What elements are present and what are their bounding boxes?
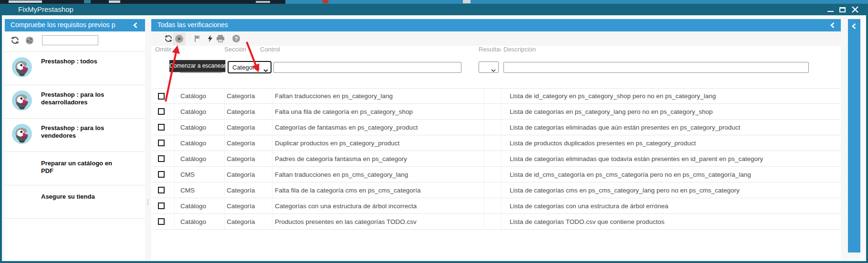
cell-descripcion: Lista de categorías eliminadas que todav… <box>502 151 841 166</box>
cell-control: Falta una fila de categoría en ps_catego… <box>272 104 484 119</box>
cell-seccion: Categoría <box>225 135 272 151</box>
cell-control: Falta fila de la categoría cms en ps_cms… <box>272 182 484 198</box>
list-item-prestashop-todos[interactable]: Prestashop : todos <box>5 52 145 85</box>
row-checkbox[interactable] <box>158 218 165 225</box>
list-item-label: Prestashop : todos <box>41 58 123 65</box>
flag-icon[interactable] <box>193 34 202 43</box>
help-icon[interactable]: ? <box>232 34 241 43</box>
panel-splitter[interactable]: ⋮ <box>145 200 151 204</box>
cell-group: Catálogo <box>175 135 225 151</box>
table-row: Catálogo Categoría Falta una fila de cat… <box>153 104 841 120</box>
printer-icon[interactable] <box>216 34 224 43</box>
minimize-button[interactable] <box>825 4 837 15</box>
cell-resultado <box>484 89 502 103</box>
list-item-asegure-tienda[interactable]: Asegure su tienda <box>5 185 145 219</box>
filter-descripcion-input[interactable] <box>503 62 809 73</box>
filter-control-input[interactable] <box>273 62 461 73</box>
start-scan-button[interactable] <box>173 32 186 45</box>
cell-group: CMS <box>175 167 225 182</box>
close-icon <box>849 4 861 15</box>
svg-text:?: ? <box>235 36 238 41</box>
background-window-strip <box>0 0 868 4</box>
cell-seccion: Categoría <box>225 120 272 135</box>
cell-resultado <box>484 104 502 119</box>
cell-resultado <box>484 214 502 229</box>
filter-resultado-select[interactable] <box>479 61 499 73</box>
table-row: Catálogo Categoría Faltan traducciones e… <box>153 88 841 104</box>
cell-resultado <box>484 135 502 151</box>
profiles-list: Prestashop : todos Prestashop : para los… <box>5 51 145 219</box>
row-checkbox[interactable] <box>158 171 165 178</box>
cell-resultado <box>484 198 502 213</box>
table-row: Catálogo Categoría Duplicar productos en… <box>153 135 841 151</box>
refresh-icon[interactable] <box>10 36 19 44</box>
list-item-catalogo-pdf[interactable]: Preparar un catálogo en PDF <box>5 152 145 185</box>
list-item-label: Prestashop : para los vendedores <box>41 124 123 140</box>
cell-descripcion: Lista de categorías con una estructura d… <box>502 198 841 213</box>
cell-seccion: Categoría <box>225 214 272 229</box>
chevron-down-icon <box>491 66 496 73</box>
list-item-label: Preparar un catálogo en PDF <box>41 160 123 175</box>
cell-seccion: Categoría <box>225 167 272 182</box>
cell-group: Catálogo <box>175 151 225 166</box>
table-row: Catálogo Categoría Categorías de fantasm… <box>153 120 841 135</box>
prestashop-logo <box>11 123 32 144</box>
row-checkbox[interactable] <box>158 140 165 146</box>
left-toolbar <box>5 31 145 51</box>
row-checkbox[interactable] <box>158 187 165 193</box>
filter-seccion-value: Categoría <box>232 64 260 71</box>
cell-control: Categorías de fantasmas en ps_category_p… <box>272 120 484 135</box>
row-checkbox[interactable] <box>158 93 165 100</box>
cell-descripcion: Lista de productos duplicados presentes … <box>502 135 841 151</box>
table-row: CMS Categoría Falta fila de la categoría… <box>153 182 841 198</box>
refresh-icon[interactable] <box>164 34 173 43</box>
filter-seccion-select[interactable]: Categoría <box>228 61 272 73</box>
prestashop-logo <box>11 90 32 111</box>
row-checkbox[interactable] <box>158 124 165 131</box>
verifications-panel: Todas las verificaciones <box>151 19 841 260</box>
close-button[interactable] <box>849 4 861 15</box>
window-title: FixMyPrestashop <box>18 5 73 13</box>
play-icon <box>175 34 184 43</box>
row-checkbox[interactable] <box>158 108 165 115</box>
maximize-button[interactable] <box>837 4 848 15</box>
cell-descripcion: Lista de id_category en ps_category_shop… <box>502 89 841 103</box>
table-row: Catálogo Categoría Categorías con una es… <box>153 198 841 214</box>
table-row: Catálogo Categoría Productos presentes e… <box>153 214 841 230</box>
table-row: CMS Categoría Faltan traducciones en ps_… <box>153 167 841 182</box>
collapse-left-panel-icon[interactable] <box>133 22 138 30</box>
cell-group: Catálogo <box>175 198 225 213</box>
cell-group: Catálogo <box>175 104 225 119</box>
cell-seccion: Categoría <box>225 182 272 198</box>
cell-seccion: Categoría <box>225 104 272 119</box>
cell-control: Faltan traducciones en ps_category_lang <box>272 89 484 103</box>
row-checkbox[interactable] <box>158 155 165 162</box>
cell-resultado <box>484 167 502 182</box>
table-row: Catálogo Categoría Padres de categoría f… <box>153 151 841 167</box>
cell-control: Productos presentes en las categorías TO… <box>272 214 484 229</box>
cell-group: Catálogo <box>175 120 225 135</box>
verifications-table: Catálogo Categoría Faltan traducciones e… <box>153 88 841 230</box>
list-item-prestashop-vendedores[interactable]: Prestashop : para los vendedores <box>5 119 145 152</box>
main-panel-title: Todas las verificaciones <box>157 21 228 29</box>
main-panel-header: Todas las verificaciones <box>151 19 841 31</box>
list-item-prestashop-desarrolladores[interactable]: Prestashop : para los desarrolladores <box>5 85 145 119</box>
cell-control: Duplicar productos en ps_category_produc… <box>272 135 484 151</box>
column-header-omitir: Omitir <box>155 46 172 53</box>
column-header-seccion: Sección <box>224 46 246 53</box>
left-search-input[interactable] <box>42 35 98 45</box>
title-bar: FixMyPrestashop <box>0 4 868 15</box>
row-checkbox[interactable] <box>158 202 165 209</box>
lightning-icon[interactable] <box>206 34 215 43</box>
cell-seccion: Categoría <box>225 89 272 103</box>
main-toolbar: ? <box>151 31 841 46</box>
column-header-control: Control <box>260 46 280 53</box>
collapse-right-panel-icon <box>851 23 857 31</box>
cell-group: CMS <box>175 182 225 198</box>
minimize-icon <box>827 11 834 12</box>
column-header-descripcion: Descripción <box>503 46 536 53</box>
cell-descripcion: Lista de categorías en ps_category_lang … <box>502 104 841 119</box>
collapse-main-panel-icon[interactable] <box>830 22 836 30</box>
globe-icon[interactable] <box>25 36 34 45</box>
collapsed-right-panel[interactable] <box>848 19 860 253</box>
